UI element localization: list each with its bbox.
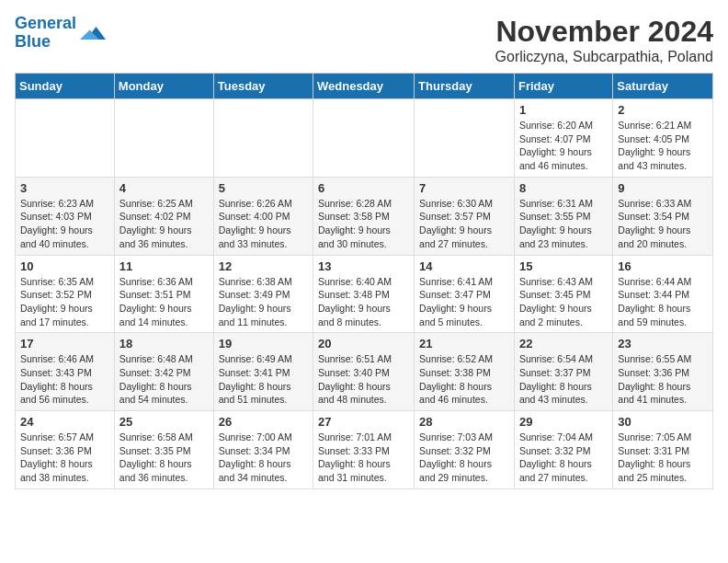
calendar-cell: 18Sunrise: 6:48 AM Sunset: 3:42 PM Dayli…: [114, 333, 213, 411]
calendar-cell: [415, 99, 515, 178]
calendar-cell: 8Sunrise: 6:31 AM Sunset: 3:55 PM Daylig…: [514, 177, 612, 255]
calendar-week-1: 1Sunrise: 6:20 AM Sunset: 4:07 PM Daylig…: [16, 99, 713, 178]
calendar-cell: 11Sunrise: 6:36 AM Sunset: 3:51 PM Dayli…: [114, 255, 213, 333]
day-info: Sunrise: 6:25 AM Sunset: 4:02 PM Dayligh…: [119, 197, 209, 251]
day-info: Sunrise: 6:33 AM Sunset: 3:54 PM Dayligh…: [618, 197, 708, 251]
day-number: 10: [20, 259, 109, 273]
calendar-cell: 13Sunrise: 6:40 AM Sunset: 3:48 PM Dayli…: [313, 255, 415, 333]
calendar-cell: 15Sunrise: 6:43 AM Sunset: 3:45 PM Dayli…: [514, 255, 612, 333]
day-number: 26: [219, 415, 308, 429]
day-number: 30: [618, 415, 708, 429]
calendar-cell: [114, 99, 213, 178]
day-number: 19: [219, 337, 308, 350]
calendar-cell: 5Sunrise: 6:26 AM Sunset: 4:00 PM Daylig…: [213, 177, 313, 255]
day-number: 5: [219, 181, 308, 195]
calendar-cell: 23Sunrise: 6:55 AM Sunset: 3:36 PM Dayli…: [613, 333, 713, 411]
day-info: Sunrise: 6:20 AM Sunset: 4:07 PM Dayligh…: [519, 119, 608, 173]
day-info: Sunrise: 6:46 AM Sunset: 3:43 PM Dayligh…: [20, 352, 109, 407]
header-sunday: Sunday: [16, 74, 115, 99]
day-info: Sunrise: 6:43 AM Sunset: 3:45 PM Dayligh…: [519, 275, 608, 329]
calendar-cell: 3Sunrise: 6:23 AM Sunset: 4:03 PM Daylig…: [16, 177, 115, 255]
day-number: 9: [618, 181, 708, 195]
day-info: Sunrise: 7:01 AM Sunset: 3:33 PM Dayligh…: [318, 431, 409, 485]
day-number: 21: [419, 337, 509, 350]
calendar-cell: 10Sunrise: 6:35 AM Sunset: 3:52 PM Dayli…: [16, 255, 115, 333]
day-number: 18: [119, 337, 209, 350]
header-monday: Monday: [114, 74, 213, 99]
day-info: Sunrise: 6:55 AM Sunset: 3:36 PM Dayligh…: [618, 352, 708, 407]
calendar-cell: 6Sunrise: 6:28 AM Sunset: 3:58 PM Daylig…: [313, 177, 415, 255]
day-info: Sunrise: 6:44 AM Sunset: 3:44 PM Dayligh…: [618, 275, 708, 329]
calendar-cell: 26Sunrise: 7:00 AM Sunset: 3:34 PM Dayli…: [213, 411, 313, 489]
header-wednesday: Wednesday: [313, 74, 415, 99]
day-info: Sunrise: 6:26 AM Sunset: 4:00 PM Dayligh…: [219, 197, 308, 251]
day-number: 8: [519, 181, 608, 195]
day-number: 11: [119, 259, 209, 273]
calendar-cell: [313, 99, 415, 178]
day-number: 23: [618, 337, 708, 350]
calendar-cell: 25Sunrise: 6:58 AM Sunset: 3:35 PM Dayli…: [114, 411, 213, 489]
day-info: Sunrise: 7:03 AM Sunset: 3:32 PM Dayligh…: [419, 431, 509, 485]
day-number: 13: [318, 259, 409, 273]
calendar-cell: 27Sunrise: 7:01 AM Sunset: 3:33 PM Dayli…: [313, 411, 415, 489]
calendar-cell: 7Sunrise: 6:30 AM Sunset: 3:57 PM Daylig…: [415, 177, 515, 255]
day-info: Sunrise: 6:48 AM Sunset: 3:42 PM Dayligh…: [119, 352, 209, 407]
day-number: 20: [318, 337, 409, 350]
subtitle: Gorliczyna, Subcarpathia, Poland: [495, 49, 713, 65]
day-info: Sunrise: 7:05 AM Sunset: 3:31 PM Dayligh…: [618, 431, 708, 485]
calendar-cell: 9Sunrise: 6:33 AM Sunset: 3:54 PM Daylig…: [613, 177, 713, 255]
calendar-cell: 14Sunrise: 6:41 AM Sunset: 3:47 PM Dayli…: [415, 255, 515, 333]
day-number: 6: [318, 181, 409, 195]
day-number: 12: [219, 259, 308, 273]
calendar-cell: 29Sunrise: 7:04 AM Sunset: 3:32 PM Dayli…: [514, 411, 612, 489]
day-info: Sunrise: 6:36 AM Sunset: 3:51 PM Dayligh…: [119, 275, 209, 329]
day-number: 27: [318, 415, 409, 429]
day-info: Sunrise: 6:57 AM Sunset: 3:36 PM Dayligh…: [20, 431, 109, 485]
day-info: Sunrise: 6:40 AM Sunset: 3:48 PM Dayligh…: [318, 275, 409, 329]
day-info: Sunrise: 6:21 AM Sunset: 4:05 PM Dayligh…: [618, 119, 708, 173]
calendar-cell: 30Sunrise: 7:05 AM Sunset: 3:31 PM Dayli…: [613, 411, 713, 489]
day-number: 2: [618, 103, 708, 117]
calendar-cell: 19Sunrise: 6:49 AM Sunset: 3:41 PM Dayli…: [213, 333, 313, 411]
calendar-week-3: 10Sunrise: 6:35 AM Sunset: 3:52 PM Dayli…: [16, 255, 713, 333]
header-friday: Friday: [514, 74, 612, 99]
calendar-cell: 16Sunrise: 6:44 AM Sunset: 3:44 PM Dayli…: [613, 255, 713, 333]
day-number: 29: [519, 415, 608, 429]
calendar-cell: 2Sunrise: 6:21 AM Sunset: 4:05 PM Daylig…: [613, 99, 713, 178]
calendar-week-5: 24Sunrise: 6:57 AM Sunset: 3:36 PM Dayli…: [16, 411, 713, 489]
day-number: 24: [20, 415, 109, 429]
day-number: 16: [618, 259, 708, 273]
day-info: Sunrise: 6:38 AM Sunset: 3:49 PM Dayligh…: [219, 275, 308, 329]
title-section: November 2024 Gorliczyna, Subcarpathia, …: [495, 15, 713, 65]
logo: GeneralBlue: [15, 15, 106, 52]
day-number: 1: [519, 103, 608, 117]
page-header: GeneralBlue November 2024 Gorliczyna, Su…: [15, 15, 713, 65]
calendar-week-4: 17Sunrise: 6:46 AM Sunset: 3:43 PM Dayli…: [16, 333, 713, 411]
day-info: Sunrise: 6:54 AM Sunset: 3:37 PM Dayligh…: [519, 352, 608, 407]
calendar-cell: [213, 99, 313, 178]
header-tuesday: Tuesday: [213, 74, 313, 99]
calendar-cell: 22Sunrise: 6:54 AM Sunset: 3:37 PM Dayli…: [514, 333, 612, 411]
day-number: 17: [20, 337, 109, 350]
calendar-cell: 20Sunrise: 6:51 AM Sunset: 3:40 PM Dayli…: [313, 333, 415, 411]
calendar-cell: 28Sunrise: 7:03 AM Sunset: 3:32 PM Dayli…: [415, 411, 515, 489]
day-number: 3: [20, 181, 109, 195]
day-number: 28: [419, 415, 509, 429]
calendar-table: SundayMondayTuesdayWednesdayThursdayFrid…: [15, 73, 713, 489]
day-info: Sunrise: 6:51 AM Sunset: 3:40 PM Dayligh…: [318, 352, 409, 407]
logo-text: GeneralBlue: [15, 15, 76, 52]
calendar-cell: 21Sunrise: 6:52 AM Sunset: 3:38 PM Dayli…: [415, 333, 515, 411]
day-info: Sunrise: 6:52 AM Sunset: 3:38 PM Dayligh…: [419, 352, 509, 407]
day-number: 7: [419, 181, 509, 195]
main-title: November 2024: [495, 15, 713, 49]
calendar-week-2: 3Sunrise: 6:23 AM Sunset: 4:03 PM Daylig…: [16, 177, 713, 255]
day-info: Sunrise: 6:30 AM Sunset: 3:57 PM Dayligh…: [419, 197, 509, 251]
day-info: Sunrise: 6:58 AM Sunset: 3:35 PM Dayligh…: [119, 431, 209, 485]
calendar-cell: [16, 99, 115, 178]
header-saturday: Saturday: [613, 74, 713, 99]
calendar-cell: 12Sunrise: 6:38 AM Sunset: 3:49 PM Dayli…: [213, 255, 313, 333]
day-info: Sunrise: 6:23 AM Sunset: 4:03 PM Dayligh…: [20, 197, 109, 251]
day-info: Sunrise: 6:41 AM Sunset: 3:47 PM Dayligh…: [419, 275, 509, 329]
calendar-header-row: SundayMondayTuesdayWednesdayThursdayFrid…: [16, 74, 713, 99]
calendar-cell: 24Sunrise: 6:57 AM Sunset: 3:36 PM Dayli…: [16, 411, 115, 489]
